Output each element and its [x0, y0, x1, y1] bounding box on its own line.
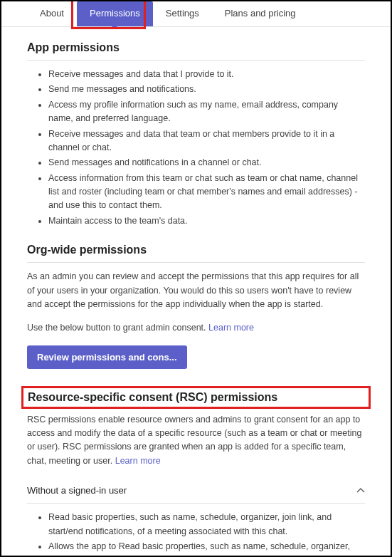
org-permissions-desc: As an admin you can review and accept th…: [27, 270, 365, 311]
org-permissions-heading: Org-wide permissions: [27, 244, 365, 259]
accordion-title: Without a signed-in user: [27, 485, 127, 496]
review-permissions-button[interactable]: Review permissions and cons...: [27, 345, 187, 369]
list-item: Receive messages and data that I provide…: [48, 68, 365, 81]
list-item: Send messages and notifications in a cha…: [48, 156, 365, 170]
rsc-desc: RSC permissions enable resource owners a…: [27, 413, 365, 469]
tabs-container: About Permissions Settings Plans and pri…: [1, 1, 391, 27]
list-item: Access information from this team or cha…: [48, 172, 365, 213]
chevron-up-icon: [356, 486, 365, 495]
list-item: Access my profile information such as my…: [48, 98, 365, 126]
learn-more-link[interactable]: Learn more: [208, 323, 254, 333]
tab-plans[interactable]: Plans and pricing: [212, 1, 309, 26]
list-item: Receive messages and data that team or c…: [48, 127, 365, 155]
learn-more-link[interactable]: Learn more: [115, 456, 161, 466]
list-item: Send me messages and notifications.: [48, 83, 365, 96]
app-permissions-list: Receive messages and data that I provide…: [27, 68, 365, 228]
list-item: Read basic properties, such as name, sch…: [48, 511, 365, 538]
divider: [27, 60, 365, 61]
grant-text: Use the below button to grant admin cons…: [27, 323, 208, 333]
rsc-desc-text: RSC permissions enable resource owners a…: [27, 415, 361, 466]
tab-about[interactable]: About: [27, 1, 77, 26]
accordion-without-user[interactable]: Without a signed-in user: [27, 478, 365, 504]
accordion-content: Read basic properties, such as name, sch…: [27, 511, 365, 557]
tab-permissions[interactable]: Permissions: [77, 1, 153, 26]
divider: [27, 262, 365, 263]
app-permissions-heading: App permissions: [27, 41, 365, 57]
tab-settings[interactable]: Settings: [153, 1, 212, 26]
list-item: Maintain access to the team's data.: [48, 214, 365, 228]
grant-consent-text: Use the below button to grant admin cons…: [27, 321, 365, 335]
highlight-box-rsc: Resource-specific consent (RSC) permissi…: [21, 386, 371, 409]
list-item: Allows the app to Read basic properties,…: [48, 540, 365, 557]
content-area: App permissions Receive messages and dat…: [1, 27, 391, 557]
rsc-heading: Resource-specific consent (RSC) permissi…: [28, 391, 364, 404]
